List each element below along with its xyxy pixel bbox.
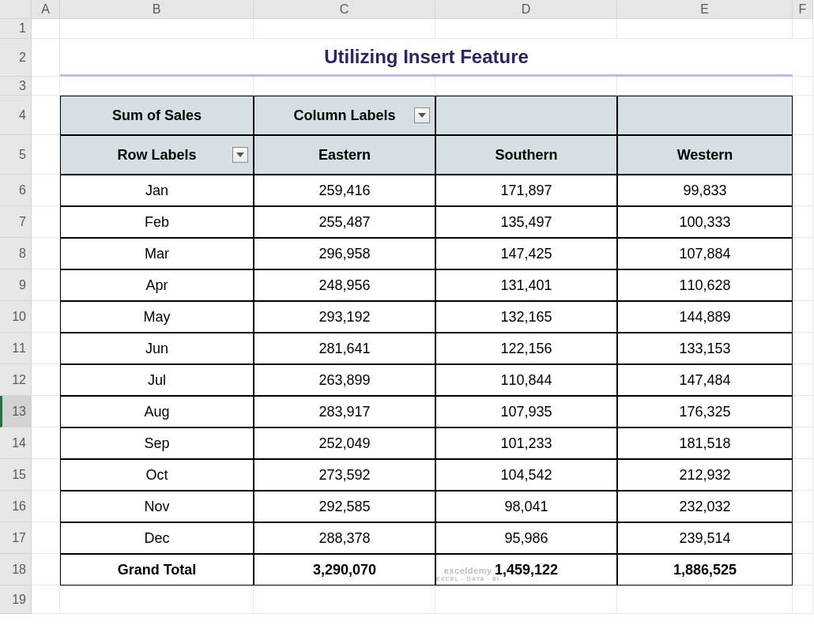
pivot-value[interactable]: 132,165: [435, 301, 617, 333]
pivot-col-southern: Southern: [435, 135, 617, 175]
page-title: Utilizing Insert Feature: [60, 39, 793, 77]
pivot-grand-total[interactable]: 3,290,070: [254, 554, 435, 586]
row-header[interactable]: 2: [0, 39, 32, 77]
pivot-value[interactable]: 135,497: [435, 206, 617, 238]
dropdown-icon[interactable]: [232, 147, 248, 163]
pivot-value[interactable]: 107,884: [617, 238, 793, 269]
pivot-value[interactable]: 110,844: [435, 364, 617, 396]
pivot-grand-total[interactable]: 1,459,122 exceldemy EXCEL · DATA · BI: [435, 554, 617, 586]
pivot-row-label[interactable]: Sep: [60, 427, 254, 459]
pivot-value[interactable]: 100,333: [617, 206, 793, 238]
row-header[interactable]: 15: [0, 459, 32, 491]
watermark-tagline: EXCEL · DATA · BI: [436, 576, 499, 582]
pivot-column-labels[interactable]: Column Labels: [254, 96, 435, 135]
pivot-value[interactable]: 110,628: [617, 269, 793, 301]
col-header-F[interactable]: F: [793, 0, 813, 19]
pivot-row-label[interactable]: Nov: [60, 491, 254, 522]
row-header[interactable]: 5: [0, 135, 32, 175]
pivot-value[interactable]: 293,192: [254, 301, 435, 333]
pivot-value[interactable]: 296,958: [254, 238, 435, 269]
pivot-value[interactable]: 263,899: [254, 364, 435, 396]
pivot-value[interactable]: 181,518: [617, 427, 793, 459]
pivot-value[interactable]: 283,917: [254, 396, 435, 427]
col-header-A[interactable]: A: [32, 0, 60, 19]
row-header[interactable]: 10: [0, 301, 32, 333]
grand-total-value: 1,459,122: [495, 562, 558, 578]
pivot-row-label[interactable]: Mar: [60, 238, 254, 269]
pivot-value[interactable]: 252,049: [254, 427, 435, 459]
row-header[interactable]: 13: [0, 396, 32, 427]
pivot-value[interactable]: 144,889: [617, 301, 793, 333]
pivot-row-label[interactable]: Jan: [60, 175, 254, 206]
pivot-value[interactable]: 273,592: [254, 459, 435, 491]
pivot-value[interactable]: 107,935: [435, 396, 617, 427]
pivot-value[interactable]: 255,487: [254, 206, 435, 238]
pivot-value[interactable]: 99,833: [617, 175, 793, 206]
row-header[interactable]: 17: [0, 522, 32, 554]
spreadsheet-grid: A B C D E F 1 2 Utilizing Insert Feature…: [0, 0, 814, 614]
grand-total-value: 3,290,070: [313, 562, 376, 578]
pivot-grand-total-label[interactable]: Grand Total: [60, 554, 254, 586]
row-header[interactable]: 6: [0, 175, 32, 206]
row-header[interactable]: 16: [0, 491, 32, 522]
pivot-sum-field: Sum of Sales: [60, 96, 254, 135]
col-header-D[interactable]: D: [435, 0, 617, 19]
watermark: exceldemy EXCEL · DATA · BI: [436, 567, 499, 582]
row-header[interactable]: 18: [0, 554, 32, 586]
watermark-brand: exceldemy: [444, 567, 492, 575]
col-header-E[interactable]: E: [617, 0, 793, 19]
pivot-value[interactable]: 147,425: [435, 238, 617, 269]
pivot-value[interactable]: 232,032: [617, 491, 793, 522]
row-header[interactable]: 14: [0, 427, 32, 459]
pivot-value[interactable]: 176,325: [617, 396, 793, 427]
pivot-col-western: Western: [617, 135, 793, 175]
pivot-value[interactable]: 133,153: [617, 333, 793, 364]
pivot-value[interactable]: 248,956: [254, 269, 435, 301]
dropdown-icon[interactable]: [414, 107, 430, 123]
pivot-value[interactable]: 101,233: [435, 427, 617, 459]
pivot-value[interactable]: 131,401: [435, 269, 617, 301]
pivot-row-label[interactable]: Dec: [60, 522, 254, 554]
row-header[interactable]: 12: [0, 364, 32, 396]
select-all-corner[interactable]: [0, 0, 32, 19]
pivot-row-label[interactable]: Jun: [60, 333, 254, 364]
pivot-row-label[interactable]: Jul: [60, 364, 254, 396]
row-header[interactable]: 7: [0, 206, 32, 238]
pivot-row-label[interactable]: Feb: [60, 206, 254, 238]
pivot-value[interactable]: 292,585: [254, 491, 435, 522]
col-header-C[interactable]: C: [254, 0, 435, 19]
pivot-value[interactable]: 104,542: [435, 459, 617, 491]
pivot-grand-total[interactable]: 1,886,525: [617, 554, 793, 586]
row-header[interactable]: 9: [0, 269, 32, 301]
pivot-value[interactable]: 259,416: [254, 175, 435, 206]
pivot-row-label[interactable]: May: [60, 301, 254, 333]
pivot-value[interactable]: 171,897: [435, 175, 617, 206]
pivot-value[interactable]: 239,514: [617, 522, 793, 554]
pivot-value[interactable]: 147,484: [617, 364, 793, 396]
row-header[interactable]: 19: [0, 586, 32, 614]
pivot-row-label[interactable]: Aug: [60, 396, 254, 427]
pivot-value[interactable]: 212,932: [617, 459, 793, 491]
pivot-value[interactable]: 288,378: [254, 522, 435, 554]
row-header[interactable]: 1: [0, 19, 32, 39]
pivot-value[interactable]: 98,041: [435, 491, 617, 522]
pivot-row-label[interactable]: Apr: [60, 269, 254, 301]
pivot-header-blank: [435, 96, 617, 135]
pivot-column-labels-text: Column Labels: [293, 107, 395, 124]
row-header[interactable]: 3: [0, 77, 32, 96]
pivot-col-eastern: Eastern: [254, 135, 435, 175]
pivot-row-labels[interactable]: Row Labels: [60, 135, 254, 175]
pivot-header-blank: [617, 96, 793, 135]
row-header[interactable]: 8: [0, 238, 32, 269]
pivot-value[interactable]: 281,641: [254, 333, 435, 364]
row-header[interactable]: 11: [0, 333, 32, 364]
pivot-row-label[interactable]: Oct: [60, 459, 254, 491]
pivot-row-labels-text: Row Labels: [117, 147, 196, 164]
col-header-B[interactable]: B: [60, 0, 254, 19]
row-header[interactable]: 4: [0, 96, 32, 135]
pivot-value[interactable]: 122,156: [435, 333, 617, 364]
pivot-value[interactable]: 95,986: [435, 522, 617, 554]
